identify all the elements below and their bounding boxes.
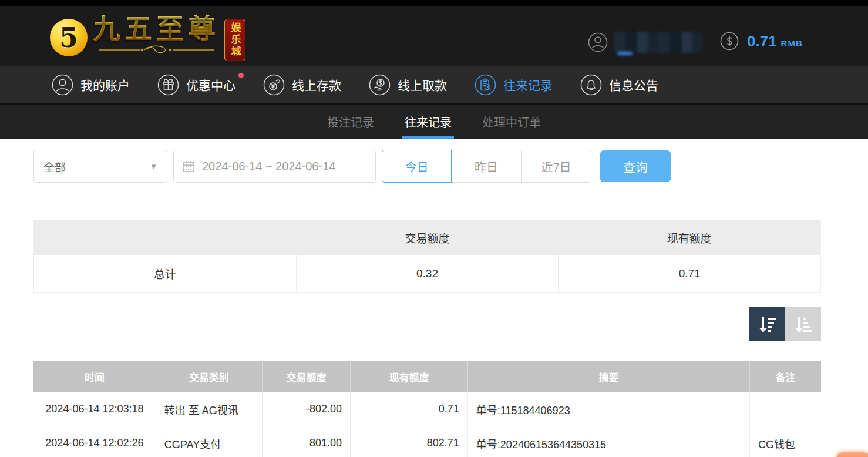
nav-item-deposit[interactable]: 线上存款	[263, 74, 341, 96]
col-header-balance: 现有额度	[350, 361, 467, 392]
logo-flourish	[97, 45, 215, 55]
tab-label: 往来记录	[405, 113, 452, 130]
main-nav: 我的账户 优惠中心 线上存款 线上取款	[0, 66, 868, 103]
nav-label: 优惠中心	[186, 76, 235, 93]
quick-btn-yesterday[interactable]: 昨日	[452, 150, 522, 183]
col-header-summary: 摘要	[467, 361, 749, 392]
logo-emblem-icon: 5	[50, 19, 88, 56]
sort-controls	[749, 307, 821, 341]
table-row: 2024-06-14 12:02:26 CGPAY支付 801.00 802.7…	[33, 426, 821, 457]
col-header-amount: 交易额度	[262, 361, 350, 392]
sort-descending-icon	[758, 315, 778, 334]
col-header-remark: 备注	[749, 361, 821, 392]
cell-type: CGPAY支付	[156, 426, 262, 457]
site-logo[interactable]: 5 九五至尊 娱乐城	[50, 14, 245, 61]
cell-balance: 802.71	[350, 426, 467, 457]
cell-time: 2024-06-14 12:03:18	[33, 392, 156, 426]
summary-total-row: 总计 0.32 0.71	[34, 255, 820, 292]
brand-title: 九五至尊	[93, 14, 220, 44]
summary-total-label: 总计	[34, 255, 296, 292]
nav-label: 往来记录	[503, 76, 553, 93]
cell-time: 2024-06-14 12:02:26	[33, 426, 156, 457]
user-info	[588, 32, 703, 53]
records-table-header: 时间 交易类别 交易额度 现有额度 摘要 备注	[33, 361, 821, 392]
table-row: 2024-06-14 12:03:18 转出 至 AG视讯 -802.00 0.…	[33, 392, 821, 426]
page: 5 九五至尊 娱乐城	[0, 0, 868, 457]
tab-label: 处理中订单	[482, 113, 541, 130]
balance-amount: 0.71	[747, 32, 777, 51]
tab-transaction-records[interactable]: 往来记录	[403, 105, 453, 139]
cell-balance: 0.71	[350, 392, 467, 426]
summary-table-header: 交易额度 现有额度	[34, 220, 820, 255]
bell-icon	[580, 74, 602, 96]
brand-text: 九五至尊	[93, 14, 220, 55]
notification-dot	[238, 73, 244, 78]
cell-remark: CG钱包	[749, 426, 821, 457]
top-strip	[0, 0, 868, 6]
query-button[interactable]: 查询	[600, 150, 671, 182]
quick-btn-label: 近7日	[541, 158, 571, 175]
records-clipboard-icon	[475, 74, 496, 96]
sort-ascending-button[interactable]	[785, 307, 821, 341]
nav-item-withdraw[interactable]: 线上取款	[369, 74, 447, 96]
nav-label: 线上存款	[292, 76, 341, 93]
records-table: 时间 交易类别 交易额度 现有额度 摘要 备注 2024-06-14 12:03…	[33, 361, 821, 457]
balance-info: 0.71 RMB	[720, 32, 803, 51]
username-redacted	[614, 32, 703, 53]
site-header: 5 九五至尊 娱乐城	[0, 6, 868, 66]
cell-summary: 单号:115184406923	[467, 392, 749, 426]
quick-btn-label: 昨日	[475, 158, 498, 175]
sort-descending-button[interactable]	[749, 307, 785, 341]
date-range-input[interactable]: 2024-06-14 ~ 2024-06-14	[173, 150, 376, 183]
sub-nav: 投注记录 往来记录 处理中订单	[0, 103, 868, 139]
date-range-value: 2024-06-14 ~ 2024-06-14	[202, 160, 335, 173]
balance-currency: RMB	[781, 35, 803, 48]
col-header-time: 时间	[33, 361, 156, 392]
quick-btn-label: 今日	[405, 158, 429, 175]
nav-item-promotions[interactable]: 优惠中心	[157, 74, 235, 96]
type-select-value: 全部	[43, 159, 150, 174]
summary-header-trade-amount: 交易额度	[296, 220, 558, 255]
col-header-type: 交易类别	[156, 361, 262, 392]
gift-icon	[157, 74, 179, 96]
account-icon	[52, 74, 73, 96]
cell-amount: -802.00	[262, 392, 350, 426]
type-select[interactable]: 全部 ▼	[33, 150, 167, 183]
summary-header-current-amount: 现有额度	[559, 220, 820, 255]
summary-header-empty	[34, 220, 296, 255]
nav-item-transaction-records[interactable]: 往来记录	[475, 74, 553, 96]
cell-amount: 801.00	[262, 426, 350, 457]
avatar-icon	[588, 32, 608, 52]
section-divider	[32, 200, 821, 200]
tab-pending-orders[interactable]: 处理中订单	[481, 105, 542, 139]
summary-total-trade-amount: 0.32	[296, 255, 559, 292]
chevron-down-icon: ▼	[150, 162, 157, 171]
cell-remark	[749, 392, 821, 426]
tab-betting-records[interactable]: 投注记录	[326, 105, 375, 139]
nav-item-my-account[interactable]: 我的账户	[52, 74, 130, 96]
nav-label: 我的账户	[80, 76, 130, 93]
quick-btn-last7days[interactable]: 近7日	[522, 150, 591, 183]
quick-date-group: 今日 昨日 近7日	[382, 150, 591, 183]
floating-service-button[interactable]	[836, 452, 868, 457]
brand-badge: 娱乐城	[224, 19, 245, 61]
calendar-icon	[182, 160, 195, 173]
sort-ascending-icon	[793, 315, 813, 334]
cell-type: 转出 至 AG视讯	[156, 392, 262, 426]
withdraw-hand-coin-icon	[369, 74, 391, 96]
nav-label: 信息公告	[609, 76, 658, 93]
summary-table: 交易额度 现有额度 总计 0.32 0.71	[33, 220, 821, 293]
summary-total-current-amount: 0.71	[558, 255, 820, 292]
tab-label: 投注记录	[327, 113, 374, 130]
quick-btn-today[interactable]: 今日	[382, 150, 452, 183]
dollar-coin-icon	[720, 32, 739, 51]
nav-label: 线上取款	[398, 76, 447, 93]
deposit-hand-coin-icon	[263, 74, 285, 96]
nav-item-announcements[interactable]: 信息公告	[580, 74, 658, 96]
cell-summary: 单号:202406153644350315	[467, 426, 749, 457]
